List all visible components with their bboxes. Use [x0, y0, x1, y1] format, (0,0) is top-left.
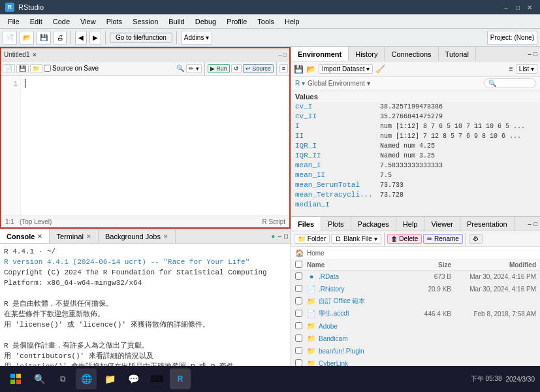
file-name[interactable]: Bandicam	[319, 335, 405, 342]
env-row-mean-i[interactable]: mean_I 7.58333333333333	[291, 161, 540, 171]
source-button[interactable]: ↩ Source	[243, 64, 274, 73]
search-icon[interactable]: 🔍	[176, 64, 185, 73]
terminal-tab-close-icon[interactable]: ✕	[86, 233, 91, 240]
env-row-iqr-i[interactable]: IQR_I Named num 4.25	[291, 141, 540, 151]
menu-file[interactable]: File	[3, 16, 25, 27]
file-name[interactable]: 自訂 Office 範本	[319, 297, 405, 306]
files-settings-button[interactable]: ⚙	[469, 234, 483, 244]
terminal-tab[interactable]: Terminal ✕	[50, 229, 99, 243]
file-checkbox[interactable]	[295, 310, 307, 318]
file-checkbox[interactable]	[295, 272, 307, 281]
viewer-tab[interactable]: Viewer	[424, 217, 460, 231]
menu-session[interactable]: Session	[127, 16, 163, 27]
file-name[interactable]: .Rhistory	[319, 286, 405, 293]
console-minimize-icon[interactable]: □	[284, 233, 288, 240]
editor-content[interactable]: 1	[1, 76, 289, 216]
env-minimize-icon[interactable]: –	[528, 51, 532, 57]
env-row-i[interactable]: I num [1:12] 8 7 6 5 10 7 11 10 6 5 ...	[291, 122, 540, 131]
save-script-button[interactable]: 💾	[16, 64, 29, 73]
forward-button[interactable]: ▶	[89, 31, 101, 45]
file-explorer-button[interactable]: 📁	[99, 368, 120, 389]
env-list-icon[interactable]: ≡	[509, 65, 513, 73]
file-name[interactable]: beanfun! Plugin	[319, 348, 405, 355]
file-checkbox[interactable]	[295, 335, 307, 343]
env-row-cv-i[interactable]: cv_I 38.3257199478386	[291, 102, 540, 112]
editor-tab[interactable]: Untitled1 ✕	[4, 51, 37, 58]
rename-button[interactable]: ✏ Rename	[423, 234, 463, 244]
file-checkbox[interactable]	[295, 285, 307, 293]
tutorial-tab[interactable]: Tutorial	[439, 47, 476, 61]
code-tools-button[interactable]: ✏ ▾	[186, 64, 202, 73]
menu-edit[interactable]: Edit	[25, 16, 48, 27]
background-jobs-tab[interactable]: Background Jobs ✕	[99, 229, 176, 243]
editor-maximize-icon[interactable]: □	[283, 52, 287, 58]
open-script-button[interactable]: 📁	[30, 64, 42, 73]
history-tab[interactable]: History	[349, 47, 385, 61]
list-item[interactable]: 📄 .Rhistory 20.9 KB Mar 30, 2024, 4:16 P…	[291, 283, 540, 295]
env-row-ii[interactable]: II num [1:12] 7 12 8 5 7 6 9 8 10 6 ...	[291, 131, 540, 141]
line-button[interactable]: 💬	[123, 368, 144, 389]
new-file-button[interactable]: 📄	[3, 31, 17, 45]
env-maximize-icon[interactable]: □	[534, 51, 537, 57]
help-tab[interactable]: Help	[396, 217, 425, 231]
task-view-button[interactable]: ⧉	[52, 368, 73, 389]
env-row-iqr-ii[interactable]: IQR_II Named num 3.25	[291, 151, 540, 161]
print-button[interactable]: 🖨	[54, 31, 67, 45]
start-button[interactable]	[5, 368, 26, 389]
new-folder-button[interactable]: 📁 Folder	[294, 234, 330, 244]
env-global-env-button[interactable]: Global Environment ▾	[308, 80, 370, 87]
file-name[interactable]: 學生.accdt	[319, 309, 405, 318]
files-tab[interactable]: Files	[291, 217, 321, 231]
plots-tab[interactable]: Plots	[321, 217, 351, 231]
code-area[interactable]	[21, 76, 289, 216]
home-icon[interactable]: 🏠	[295, 249, 304, 257]
env-row-cv-ii[interactable]: cv_II 35.2766841475279	[291, 112, 540, 122]
menu-code[interactable]: Code	[48, 16, 75, 27]
rstudio-taskbar-button[interactable]: R	[170, 368, 191, 389]
minimize-button[interactable]: –	[501, 2, 511, 12]
console-tab-close-icon[interactable]: ✕	[37, 233, 42, 240]
editor-tab-close-icon[interactable]: ✕	[32, 52, 37, 58]
project-button[interactable]: Project: (None)	[487, 31, 537, 45]
list-item[interactable]: 📁 beanfun! Plugin	[291, 345, 540, 357]
file-name[interactable]: .RData	[319, 273, 405, 280]
file-checkbox[interactable]	[295, 297, 307, 306]
editor-options-button[interactable]: ≡	[279, 64, 288, 73]
open-file-button[interactable]: 📂	[20, 31, 34, 45]
vscode-button[interactable]: ⌨	[146, 368, 167, 389]
run-button[interactable]: ▶ Run	[208, 64, 230, 73]
console-maximize-icon[interactable]: –	[278, 233, 281, 240]
environment-tab[interactable]: Environment	[291, 47, 349, 61]
env-open-icon[interactable]: 📂	[306, 65, 316, 74]
list-item[interactable]: 📁 自訂 Office 範本	[291, 295, 540, 308]
search-button[interactable]: 🔍	[29, 368, 50, 389]
delete-button[interactable]: 🗑 Delete	[387, 234, 422, 244]
list-item[interactable]: 📄 學生.accdt 446.4 KB Feb 8, 2018, 7:58 AM	[291, 308, 540, 320]
menu-help[interactable]: Help	[279, 16, 305, 27]
env-row-mean-tetra[interactable]: mean_Tetracycli... 73.728	[291, 190, 540, 200]
save-button[interactable]: 💾	[37, 31, 51, 45]
file-checkbox[interactable]	[295, 322, 307, 331]
chrome-button[interactable]: 🌐	[76, 368, 97, 389]
list-item[interactable]: ● .RData 673 B Mar 30, 2024, 4:16 PM	[291, 270, 540, 283]
maximize-button[interactable]: □	[513, 2, 523, 12]
env-save-icon[interactable]: 💾	[294, 65, 304, 74]
menu-plots[interactable]: Plots	[101, 16, 127, 27]
presentation-tab[interactable]: Presentation	[460, 217, 515, 231]
menu-build[interactable]: Build	[163, 16, 189, 27]
import-dataset-button[interactable]: Import Dataset ▾	[319, 64, 373, 74]
list-item[interactable]: 📁 Bandicam	[291, 333, 540, 345]
re-run-button[interactable]: ↺	[231, 64, 242, 73]
addins-button[interactable]: Addins ▾	[181, 31, 212, 45]
env-clear-icon[interactable]: 🧹	[375, 65, 385, 74]
menu-debug[interactable]: Debug	[190, 16, 221, 27]
new-script-button[interactable]: 📄	[3, 64, 15, 73]
console-tab[interactable]: Console ✕	[0, 229, 50, 243]
file-checkbox[interactable]	[295, 347, 307, 355]
env-row-mean-ii[interactable]: mean_II 7.5	[291, 171, 540, 180]
environment-search-input[interactable]	[484, 78, 536, 88]
menu-tools[interactable]: Tools	[252, 16, 279, 27]
editor-minimize-icon[interactable]: –	[279, 52, 282, 58]
env-row-median-i[interactable]: median_I	[291, 200, 540, 210]
bg-jobs-tab-close-icon[interactable]: ✕	[163, 233, 168, 240]
